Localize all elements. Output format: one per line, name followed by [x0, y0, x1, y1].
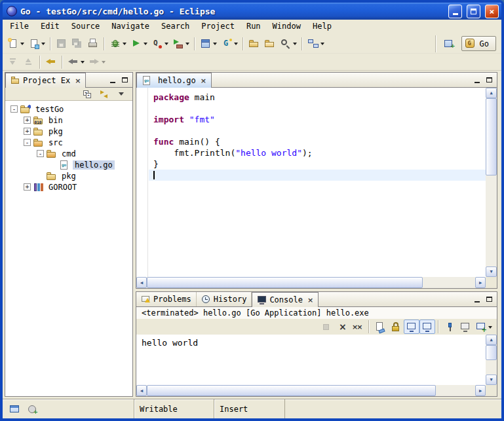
minimize-view-button[interactable] [471, 294, 482, 304]
code-line[interactable]: fmt.Println("hello world"); [149, 147, 486, 158]
editor-vertical-scrollbar[interactable]: ▲ ▼ [486, 88, 497, 277]
tree-item-cmd[interactable]: -cmd [5, 148, 132, 159]
editor-area[interactable]: package mainimport "fmt"func main() { fm… [136, 88, 497, 288]
menu-navigate[interactable]: Navigate [106, 20, 155, 34]
last-edit-location-button[interactable] [43, 55, 59, 69]
menu-edit[interactable]: Edit [35, 20, 66, 34]
pin-console-button[interactable] [442, 320, 457, 334]
tab-project-explorer[interactable]: Project Ex × [5, 73, 86, 88]
show-stdout-button[interactable] [404, 320, 419, 334]
menu-run[interactable]: Run [241, 20, 267, 34]
collapse-icon[interactable]: - [37, 150, 44, 157]
scroll-up-button[interactable]: ▲ [486, 88, 497, 98]
code-line[interactable]: func main() { [149, 136, 486, 147]
code-line[interactable]: package main [149, 92, 486, 103]
scrollbar-track[interactable] [486, 345, 497, 375]
close-tab-icon[interactable]: × [75, 77, 81, 84]
code-line[interactable] [149, 170, 486, 181]
menu-project[interactable]: Project [195, 20, 241, 34]
tab-history[interactable]: History [197, 292, 252, 306]
expand-icon[interactable]: + [24, 117, 31, 124]
scroll-left-button[interactable]: ◀ [136, 385, 147, 396]
team-sync-button[interactable] [305, 37, 326, 51]
tree-item-hello-go[interactable]: hello.go [5, 159, 132, 170]
scrollbar-track[interactable] [486, 98, 497, 266]
menu-help[interactable]: Help [307, 20, 338, 34]
title-bar[interactable]: Go - testGo/src/cmd/hello.go - Eclipse × [3, 3, 501, 20]
scrollbar-track[interactable] [147, 277, 475, 288]
new-other-button[interactable] [26, 37, 47, 51]
display-console-button[interactable] [457, 320, 473, 334]
new-wizard-button[interactable] [5, 37, 26, 51]
tree-item-goroot[interactable]: +GOROOT [5, 181, 132, 192]
collapse-icon[interactable]: - [24, 139, 31, 146]
link-with-editor-button[interactable] [97, 88, 113, 100]
debug-button[interactable] [107, 37, 128, 51]
maximize-view-button[interactable] [484, 75, 495, 85]
terminate-button[interactable] [319, 320, 334, 334]
code-line[interactable]: import "fmt" [149, 114, 486, 125]
scroll-up-button[interactable]: ▲ [486, 335, 497, 345]
collapse-icon[interactable]: - [10, 105, 18, 113]
scroll-right-button[interactable]: ▶ [475, 277, 486, 288]
open-perspective-button[interactable] [442, 37, 457, 51]
console-vertical-scrollbar[interactable]: ▲ ▼ [486, 335, 497, 385]
next-annotation-button[interactable] [5, 55, 21, 69]
tree-item-src[interactable]: -src [5, 137, 132, 148]
menu-source[interactable]: Source [66, 20, 106, 34]
progress-button[interactable] [26, 403, 38, 415]
menu-search[interactable]: Search [155, 20, 195, 34]
remove-all-launches-button[interactable] [350, 320, 366, 334]
print-button[interactable] [85, 37, 101, 51]
editor-horizontal-scrollbar[interactable]: ◀ ▶ [136, 277, 486, 288]
go-wizard-button[interactable] [219, 37, 240, 51]
code-line[interactable] [149, 125, 486, 136]
console-output-area[interactable]: hello world ▲ ▼ ◀ ▶ [136, 335, 497, 396]
open-folder-button[interactable] [262, 37, 278, 51]
scrollbar-thumb[interactable] [147, 385, 436, 396]
minimize-view-button[interactable] [471, 75, 482, 85]
scroll-down-button[interactable]: ▼ [486, 375, 497, 385]
external-tools-button[interactable] [170, 37, 191, 51]
menu-file[interactable]: File [4, 20, 35, 34]
close-tab-icon[interactable]: × [201, 77, 206, 84]
menu-window[interactable]: Window [267, 20, 307, 34]
tree-item-bin[interactable]: +bin [5, 115, 132, 126]
scrollbar-track[interactable] [147, 385, 475, 396]
tree-item-pkg[interactable]: +pkg [5, 126, 132, 137]
expand-icon[interactable]: + [24, 183, 31, 191]
view-menu-button[interactable] [114, 88, 130, 100]
tree-item-pkg[interactable]: pkg [5, 170, 132, 181]
scroll-lock-button[interactable] [388, 320, 404, 334]
close-button[interactable]: × [485, 5, 499, 18]
run-button[interactable] [128, 37, 149, 51]
open-resource-button[interactable] [246, 37, 262, 51]
maximize-view-button[interactable] [484, 294, 495, 304]
code-line[interactable] [149, 103, 486, 114]
console-horizontal-scrollbar[interactable]: ◀ ▶ [136, 385, 486, 396]
show-stderr-button[interactable] [419, 320, 435, 334]
open-console-button[interactable] [473, 320, 494, 334]
close-tab-icon[interactable]: × [307, 297, 313, 304]
maximize-button[interactable] [467, 5, 480, 18]
perspective-go-button[interactable]: Go [461, 36, 496, 51]
remove-launch-button[interactable] [334, 320, 350, 334]
scroll-down-button[interactable]: ▼ [486, 266, 497, 277]
scrollbar-thumb[interactable] [486, 345, 497, 360]
collapse-all-button[interactable] [80, 88, 96, 100]
tab-hello-go[interactable]: hello.go × [136, 73, 212, 88]
scroll-left-button[interactable]: ◀ [136, 277, 147, 288]
back-button[interactable] [66, 55, 87, 69]
tab-problems[interactable]: Problems [136, 292, 197, 306]
fast-view-button[interactable] [8, 403, 21, 415]
code-line[interactable]: } [149, 158, 486, 170]
forward-button[interactable] [87, 55, 107, 69]
tab-console[interactable]: Console× [252, 292, 319, 307]
run-last-button[interactable] [149, 37, 170, 51]
minimize-view-button[interactable] [107, 75, 118, 85]
save-button[interactable] [54, 37, 69, 51]
scrollbar-thumb[interactable] [147, 277, 423, 288]
maximize-view-button[interactable] [119, 75, 130, 85]
new-go-element-button[interactable] [198, 37, 219, 51]
previous-annotation-button[interactable] [21, 55, 37, 69]
